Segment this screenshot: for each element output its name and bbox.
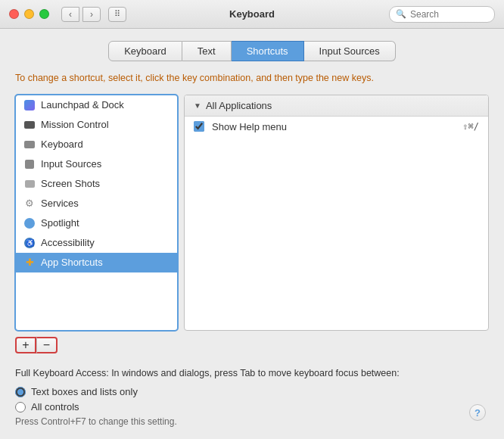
accessibility-icon: ♿ xyxy=(23,237,36,249)
sidebar-label-screenshots: Screen Shots xyxy=(41,178,100,189)
traffic-lights xyxy=(9,9,49,19)
sidebar-item-launchpad[interactable]: Launchpad & Dock xyxy=(16,95,178,115)
launchpad-icon xyxy=(23,99,36,111)
radio-text-boxes: Text boxes and lists only xyxy=(15,386,489,397)
sidebar: Launchpad & Dock Mission Control Keyboar… xyxy=(15,95,178,331)
right-panel: ▼ All Applications Show Help menu ⇧⌘/ xyxy=(184,95,489,331)
add-button[interactable]: + xyxy=(15,337,36,353)
shortcut-key: ⇧⌘/ xyxy=(462,121,479,132)
back-button[interactable]: ‹ xyxy=(61,7,79,22)
add-remove-row: + − xyxy=(15,337,489,353)
forward-button[interactable]: › xyxy=(82,7,101,22)
tab-shortcuts[interactable]: Shortcuts xyxy=(232,41,304,61)
sidebar-label-accessibility: Accessibility xyxy=(41,237,95,248)
main-panel: Launchpad & Dock Mission Control Keyboar… xyxy=(15,95,489,331)
sidebar-label-launchpad: Launchpad & Dock xyxy=(41,99,124,111)
app-shortcuts-icon: ✚ xyxy=(23,257,36,269)
sidebar-item-spotlight[interactable]: Spotlight xyxy=(16,213,178,233)
tab-keyboard[interactable]: Keyboard xyxy=(108,41,182,61)
keyboard-small-icon xyxy=(23,139,36,151)
spotlight-icon xyxy=(23,217,36,229)
sidebar-item-keyboard[interactable]: Keyboard xyxy=(16,135,178,154)
sidebar-label-input-sources: Input Sources xyxy=(41,158,101,170)
titlebar: ‹ › ⠿ Keyboard 🔍 xyxy=(0,0,504,29)
sidebar-item-app-shortcuts[interactable]: ✚ App Shortcuts xyxy=(16,253,178,272)
radio-text-boxes-label: Text boxes and lists only xyxy=(31,386,138,397)
grid-button[interactable]: ⠿ xyxy=(108,7,126,22)
content-area: Keyboard Text Shortcuts Input Sources To… xyxy=(0,29,504,439)
close-button[interactable] xyxy=(9,9,19,19)
sidebar-item-services[interactable]: ⚙ Services xyxy=(16,194,178,213)
instruction-text: To change a shortcut, select it, click t… xyxy=(15,72,489,86)
keyboard-access-section: Full Keyboard Access: In windows and dia… xyxy=(15,367,489,428)
radio-all-controls-label: All controls xyxy=(31,401,79,413)
radio-all-controls: All controls xyxy=(15,401,489,413)
mission-icon xyxy=(23,119,36,131)
window-title: Keyboard xyxy=(229,8,275,20)
sidebar-label-app-shortcuts: App Shortcuts xyxy=(41,257,103,268)
disclosure-triangle[interactable]: ▼ xyxy=(194,101,201,110)
radio-all-controls-input[interactable] xyxy=(15,402,26,413)
keyboard-access-title: Full Keyboard Access: In windows and dia… xyxy=(15,367,489,381)
search-box: 🔍 xyxy=(389,6,495,23)
sidebar-item-accessibility[interactable]: ♿ Accessibility xyxy=(16,233,178,253)
tab-bar: Keyboard Text Shortcuts Input Sources xyxy=(15,41,489,61)
sidebar-label-spotlight: Spotlight xyxy=(41,217,79,229)
sidebar-item-mission[interactable]: Mission Control xyxy=(16,115,178,135)
radio-text-boxes-input[interactable] xyxy=(15,387,26,397)
minimize-button[interactable] xyxy=(24,9,34,19)
screenshots-icon xyxy=(23,178,36,190)
group-header: ▼ All Applications xyxy=(185,95,488,117)
shortcut-checkbox[interactable] xyxy=(194,121,204,132)
tab-text[interactable]: Text xyxy=(182,41,232,61)
group-header-label: All Applications xyxy=(206,100,272,111)
tab-input-sources[interactable]: Input Sources xyxy=(304,41,396,61)
sidebar-label-keyboard: Keyboard xyxy=(41,139,83,150)
remove-button[interactable]: − xyxy=(36,337,58,353)
nav-buttons: ‹ › xyxy=(61,7,101,22)
sidebar-item-screenshots[interactable]: Screen Shots xyxy=(16,174,178,194)
hint-text: Press Control+F7 to change this setting. xyxy=(15,416,489,427)
input-sources-icon xyxy=(23,158,36,170)
shortcut-label: Show Help menu xyxy=(212,121,455,132)
sidebar-item-input-sources[interactable]: Input Sources xyxy=(16,154,178,174)
search-input[interactable] xyxy=(410,9,488,20)
sidebar-label-mission: Mission Control xyxy=(41,119,109,130)
maximize-button[interactable] xyxy=(39,9,49,19)
search-icon: 🔍 xyxy=(396,9,406,19)
help-button[interactable]: ? xyxy=(469,404,486,421)
shortcut-row: Show Help menu ⇧⌘/ xyxy=(185,117,488,137)
services-icon: ⚙ xyxy=(23,198,36,210)
sidebar-label-services: Services xyxy=(41,198,79,209)
